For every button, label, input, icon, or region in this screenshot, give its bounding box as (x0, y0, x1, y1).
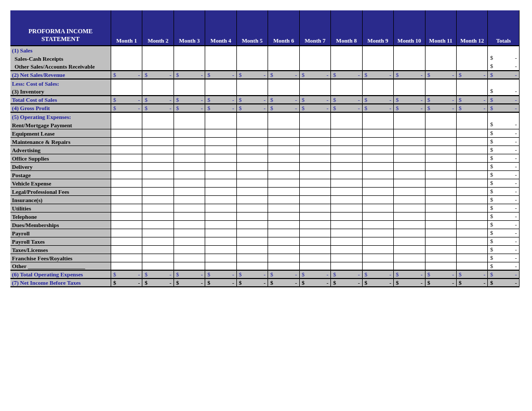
empty-cell[interactable] (456, 170, 487, 179)
money-cell[interactable]: $- (205, 279, 236, 287)
empty-cell[interactable] (205, 262, 236, 270)
empty-cell[interactable] (362, 154, 393, 162)
empty-cell[interactable] (205, 245, 236, 254)
empty-cell[interactable] (205, 112, 236, 121)
empty-cell[interactable] (205, 162, 236, 170)
empty-cell[interactable] (362, 170, 393, 179)
empty-cell[interactable] (205, 204, 236, 212)
empty-cell[interactable] (174, 145, 205, 154)
empty-cell[interactable] (236, 129, 268, 137)
empty-cell[interactable] (425, 187, 456, 195)
empty-cell[interactable] (456, 237, 487, 245)
empty-cell[interactable] (362, 262, 393, 270)
empty-cell[interactable] (394, 254, 425, 262)
empty-cell[interactable] (268, 262, 299, 270)
money-cell[interactable]: $- (456, 270, 487, 279)
empty-cell[interactable] (299, 170, 330, 179)
empty-cell[interactable] (331, 170, 362, 179)
empty-cell[interactable] (456, 262, 487, 270)
money-cell[interactable]: $- (488, 71, 520, 79)
empty-cell[interactable] (142, 195, 174, 204)
empty-cell[interactable] (174, 179, 205, 187)
empty-cell[interactable] (299, 154, 330, 162)
empty-cell[interactable] (174, 237, 205, 245)
empty-cell[interactable] (299, 112, 330, 121)
empty-cell[interactable] (394, 195, 425, 204)
money-cell[interactable]: $- (331, 96, 362, 104)
empty-cell[interactable] (111, 112, 142, 121)
empty-cell[interactable] (394, 79, 425, 87)
money-cell[interactable]: $- (331, 279, 362, 287)
empty-cell[interactable] (394, 121, 425, 129)
empty-cell[interactable] (425, 262, 456, 270)
empty-cell[interactable] (425, 237, 456, 245)
empty-cell[interactable] (174, 212, 205, 220)
empty-cell[interactable] (299, 220, 330, 229)
money-cell[interactable]: $- (425, 96, 456, 104)
empty-cell[interactable] (456, 79, 487, 87)
empty-cell[interactable] (142, 137, 174, 145)
empty-cell[interactable] (111, 137, 142, 145)
empty-cell[interactable] (205, 212, 236, 220)
empty-cell[interactable] (205, 121, 236, 129)
empty-cell[interactable] (205, 46, 236, 54)
money-cell[interactable]: $- (236, 104, 268, 112)
empty-cell[interactable] (111, 179, 142, 187)
empty-cell[interactable] (111, 187, 142, 195)
money-cell[interactable]: $- (488, 195, 520, 204)
money-cell[interactable]: $- (488, 137, 520, 145)
empty-cell[interactable] (456, 187, 487, 195)
empty-cell[interactable] (425, 162, 456, 170)
empty-cell[interactable] (174, 54, 205, 62)
empty-cell[interactable] (268, 62, 299, 71)
empty-cell[interactable] (331, 112, 362, 121)
money-cell[interactable]: $- (394, 270, 425, 279)
empty-cell[interactable] (299, 204, 330, 212)
empty-cell[interactable] (205, 145, 236, 154)
empty-cell[interactable] (299, 262, 330, 270)
empty-cell[interactable] (331, 54, 362, 62)
money-cell[interactable]: $- (331, 104, 362, 112)
empty-cell[interactable] (205, 179, 236, 187)
money-cell[interactable]: $- (299, 71, 330, 79)
money-cell[interactable]: $- (488, 96, 520, 104)
money-cell[interactable]: $- (488, 220, 520, 229)
empty-cell[interactable] (394, 204, 425, 212)
empty-cell[interactable] (362, 79, 393, 87)
money-cell[interactable]: $- (488, 187, 520, 195)
empty-cell[interactable] (299, 87, 330, 96)
money-cell[interactable]: $- (425, 270, 456, 279)
empty-cell[interactable] (456, 212, 487, 220)
empty-cell[interactable] (205, 187, 236, 195)
empty-cell[interactable] (394, 145, 425, 154)
money-cell[interactable]: $- (394, 279, 425, 287)
empty-cell[interactable] (362, 54, 393, 62)
money-cell[interactable]: $- (362, 96, 393, 104)
empty-cell[interactable] (362, 162, 393, 170)
empty-cell[interactable] (174, 121, 205, 129)
empty-cell[interactable] (456, 112, 487, 121)
empty-cell[interactable] (394, 220, 425, 229)
empty-cell[interactable] (331, 195, 362, 204)
empty-cell[interactable] (362, 212, 393, 220)
empty-cell[interactable] (394, 229, 425, 237)
empty-cell[interactable] (425, 87, 456, 96)
money-cell[interactable]: $- (456, 96, 487, 104)
money-cell[interactable]: $- (142, 96, 174, 104)
empty-cell[interactable] (299, 162, 330, 170)
empty-cell[interactable] (236, 154, 268, 162)
empty-cell[interactable] (425, 220, 456, 229)
empty-cell[interactable] (331, 121, 362, 129)
empty-cell[interactable] (174, 129, 205, 137)
empty-cell[interactable] (142, 54, 174, 62)
empty-cell[interactable] (425, 245, 456, 254)
empty-cell[interactable] (362, 195, 393, 204)
empty-cell[interactable] (205, 129, 236, 137)
empty-cell[interactable] (142, 254, 174, 262)
empty-cell[interactable] (111, 162, 142, 170)
empty-cell[interactable] (456, 204, 487, 212)
money-cell[interactable]: $- (362, 270, 393, 279)
empty-cell[interactable] (299, 62, 330, 71)
empty-cell[interactable] (425, 204, 456, 212)
money-cell[interactable]: $- (174, 96, 205, 104)
